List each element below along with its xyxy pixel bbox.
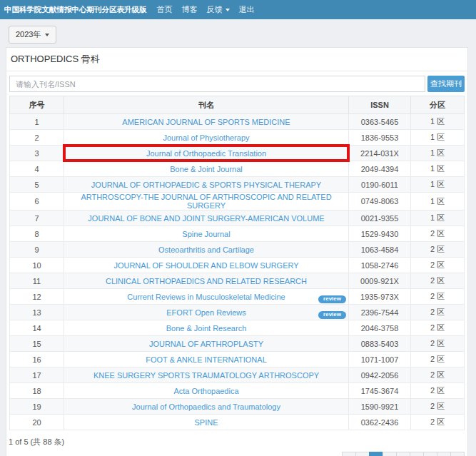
zone-cell: 2 区 bbox=[411, 289, 465, 305]
journal-name-link[interactable]: KNEE SURGERY SPORTS TRAUMATOLOGY ARTHROS… bbox=[93, 371, 319, 380]
journal-name-cell: Bone & Joint Research bbox=[64, 320, 349, 336]
journal-name-link[interactable]: JOURNAL OF BONE AND JOINT SURGERY-AMERIC… bbox=[88, 214, 324, 223]
table-row: 2 Journal of Physiotherapy 1836-9553 1 区 bbox=[10, 130, 465, 146]
chevron-down-icon bbox=[226, 9, 230, 11]
journal-name-cell: Current Reviews in Musculoskeletal Medic… bbox=[64, 289, 349, 305]
year-dropdown-label: 2023年 bbox=[16, 29, 41, 40]
journal-name-link[interactable]: JOURNAL OF ARTHROPLASTY bbox=[149, 340, 263, 348]
issn-cell: 0009-921X bbox=[349, 273, 411, 289]
journal-name-cell: Journal of Physiotherapy bbox=[64, 130, 349, 146]
zone-cell: 1 区 bbox=[411, 130, 465, 146]
column-header: 序号 bbox=[10, 96, 64, 114]
year-dropdown-button[interactable]: 2023年 bbox=[9, 26, 56, 44]
journal-name-cell: AMERICAN JOURNAL OF SPORTS MEDICINE bbox=[64, 114, 349, 130]
issn-cell: 1063-4584 bbox=[349, 242, 411, 258]
journal-name-link[interactable]: CLINICAL ORTHOPAEDICS AND RELATED RESEAR… bbox=[106, 277, 307, 285]
pagination-summary: 1 of 5 (共 88 条) bbox=[6, 430, 467, 447]
column-header: ISSN bbox=[349, 96, 411, 114]
table-row: 7 JOURNAL OF BONE AND JOINT SURGERY-AMER… bbox=[10, 211, 465, 226]
page-button-1[interactable]: ‹ bbox=[355, 452, 370, 456]
row-number-cell: 3 bbox=[10, 146, 64, 161]
journal-name-cell: CLINICAL ORTHOPAEDICS AND RELATED RESEAR… bbox=[64, 273, 349, 289]
zone-cell: 2 区 bbox=[411, 320, 465, 336]
journal-name-link[interactable]: JOURNAL OF SHOULDER AND ELBOW SURGERY bbox=[113, 261, 298, 270]
journal-name-link[interactable]: SPINE bbox=[194, 418, 218, 427]
table-row: 9 Osteoarthritis and Cartilage 1063-4584… bbox=[10, 242, 465, 258]
table-row: 20 SPINE 0362-2436 2 区 bbox=[10, 415, 465, 430]
search-input[interactable] bbox=[9, 76, 425, 92]
row-number-cell: 19 bbox=[10, 399, 64, 415]
zone-cell: 2 区 bbox=[411, 336, 465, 352]
zone-cell: 2 区 bbox=[411, 305, 465, 320]
column-header: 刊名 bbox=[64, 96, 349, 114]
zone-cell: 1 区 bbox=[411, 161, 465, 177]
zone-cell: 1 区 bbox=[411, 177, 465, 193]
row-number-cell: 2 bbox=[10, 130, 64, 146]
zone-cell: 1 区 bbox=[411, 146, 465, 161]
zone-cell: 2 区 bbox=[411, 352, 465, 368]
row-number-cell: 9 bbox=[10, 242, 64, 258]
journal-name-link[interactable]: Bone & Joint Research bbox=[166, 324, 247, 333]
page-button-5[interactable]: 4 bbox=[410, 452, 424, 456]
table-row: 1 AMERICAN JOURNAL OF SPORTS MEDICINE 03… bbox=[10, 114, 465, 130]
table-row: 5 JOURNAL OF ORTHOPAEDIC & SPORTS PHYSIC… bbox=[10, 177, 465, 193]
table-row: 19 Journal of Orthopaedics and Traumatol… bbox=[10, 399, 465, 415]
nav-item-0[interactable]: 首页 bbox=[157, 4, 173, 15]
journal-name-link[interactable]: FOOT & ANKLE INTERNATIONAL bbox=[146, 355, 267, 364]
row-number-cell: 17 bbox=[10, 368, 64, 383]
search-row: 查找期刊 bbox=[6, 71, 467, 94]
journal-name-link[interactable]: JOURNAL OF ORTHOPAEDIC & SPORTS PHYSICAL… bbox=[91, 181, 321, 189]
issn-cell: 1529-9430 bbox=[349, 226, 411, 242]
journal-name-link[interactable]: Current Reviews in Musculoskeletal Medic… bbox=[127, 293, 285, 301]
issn-cell: 2396-7544 bbox=[349, 305, 411, 320]
chevron-down-icon bbox=[45, 34, 49, 36]
page-button-6[interactable]: 5 bbox=[423, 452, 437, 456]
zone-cell: 1 区 bbox=[411, 114, 465, 130]
journal-name-link[interactable]: Journal of Orthopaedics and Traumatology bbox=[132, 402, 280, 411]
zone-cell: 1 区 bbox=[411, 211, 465, 226]
journal-name-link[interactable]: Bone & Joint Journal bbox=[170, 165, 243, 173]
journal-name-link[interactable]: ARTHROSCOPY-THE JOURNAL OF ARTHROSCOPIC … bbox=[81, 193, 331, 210]
row-number-cell: 16 bbox=[10, 352, 64, 368]
zone-cell: 2 区 bbox=[411, 399, 465, 415]
journal-name-link[interactable]: EFORT Open Reviews bbox=[166, 308, 245, 317]
journal-name-link[interactable]: AMERICAN JOURNAL OF SPORTS MEDICINE bbox=[122, 118, 290, 126]
table-row: 8 Spine Journal 1529-9430 2 区 bbox=[10, 226, 465, 242]
journal-name-link[interactable]: Acta Orthopaedica bbox=[173, 387, 238, 395]
journal-name-cell: EFORT Open Reviewsreview bbox=[64, 305, 349, 320]
issn-cell: 1590-9921 bbox=[349, 399, 411, 415]
journal-name-link[interactable]: Journal of Physiotherapy bbox=[163, 133, 249, 142]
row-number-cell: 10 bbox=[10, 258, 64, 273]
issn-cell: 0883-5403 bbox=[349, 336, 411, 352]
row-number-cell: 14 bbox=[10, 320, 64, 336]
page-button-7[interactable]: › bbox=[437, 452, 451, 456]
journal-name-cell: Osteoarthritis and Cartilage bbox=[64, 242, 349, 258]
journal-table-header-row: 序号刊名ISSN分区 bbox=[10, 96, 465, 114]
journal-name-cell: Bone & Joint Journal bbox=[64, 161, 349, 177]
row-number-cell: 1 bbox=[10, 114, 64, 130]
page-button-0[interactable]: « bbox=[342, 452, 356, 456]
row-number-cell: 18 bbox=[10, 383, 64, 399]
zone-cell: 2 区 bbox=[411, 383, 465, 399]
page-button-4[interactable]: 3 bbox=[396, 452, 410, 456]
table-row: 6 ARTHROSCOPY-THE JOURNAL OF ARTHROSCOPI… bbox=[10, 193, 465, 211]
search-journal-button[interactable]: 查找期刊 bbox=[427, 76, 465, 92]
journal-name-link[interactable]: Journal of Orthopaedic Translation bbox=[146, 149, 266, 158]
page-button-3[interactable]: 2 bbox=[383, 452, 397, 456]
page-button-active[interactable]: 1 bbox=[369, 452, 383, 456]
issn-cell: 1071-1007 bbox=[349, 352, 411, 368]
nav-item-3[interactable]: 退出 bbox=[239, 4, 255, 15]
journal-name-cell: Acta Orthopaedica bbox=[64, 383, 349, 399]
journal-name-link[interactable]: Osteoarthritis and Cartilage bbox=[158, 245, 254, 254]
journal-name-link[interactable]: Spine Journal bbox=[182, 230, 230, 238]
site-brand[interactable]: 中国科学院文献情报中心期刊分区表升级版 bbox=[4, 5, 147, 15]
table-row: 15 JOURNAL OF ARTHROPLASTY 0883-5403 2 区 bbox=[10, 336, 465, 352]
nav-menu: 首页博客反馈退出 bbox=[157, 4, 264, 15]
nav-item-1[interactable]: 博客 bbox=[182, 4, 198, 15]
page-button-8[interactable]: » bbox=[450, 452, 465, 456]
nav-item-2[interactable]: 反馈 bbox=[207, 4, 230, 15]
journal-name-cell: Journal of Orthopaedics and Traumatology bbox=[64, 399, 349, 415]
issn-cell: 2049-4394 bbox=[349, 161, 411, 177]
row-number-cell: 11 bbox=[10, 273, 64, 289]
top-navbar: 中国科学院文献情报中心期刊分区表升级版 首页博客反馈退出 bbox=[0, 0, 476, 19]
